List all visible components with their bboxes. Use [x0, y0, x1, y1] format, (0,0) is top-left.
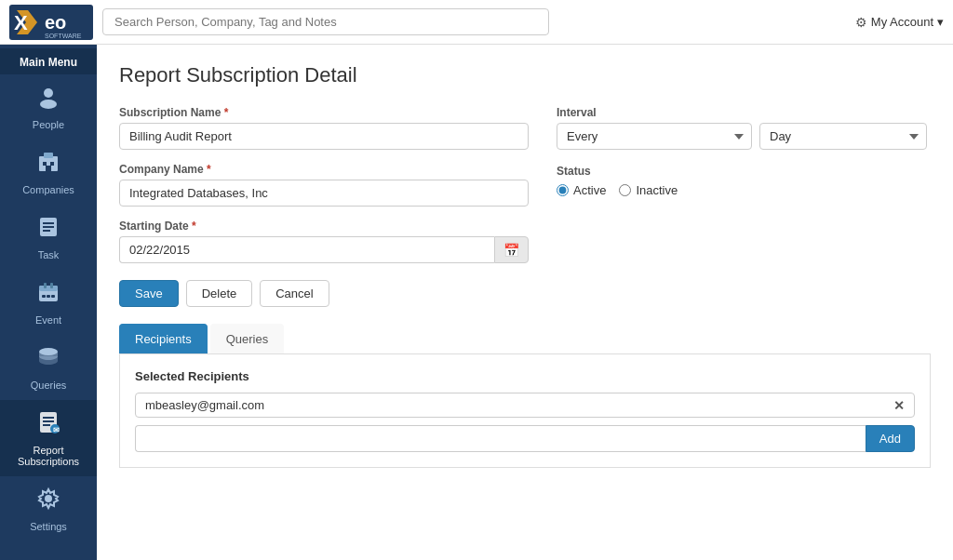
status-active-label: Active: [573, 183, 606, 197]
gear-icon: ⚙: [855, 15, 867, 30]
tab-queries[interactable]: Queries: [210, 324, 285, 353]
svg-text:SOFTWARE: SOFTWARE: [45, 33, 82, 39]
svg-point-30: [45, 495, 52, 502]
company-name-input[interactable]: [119, 180, 529, 207]
svg-rect-9: [43, 162, 47, 166]
search-input[interactable]: [102, 8, 549, 35]
remove-recipient-button[interactable]: ✕: [893, 399, 905, 412]
svg-point-6: [40, 100, 57, 109]
status-active-option[interactable]: Active: [557, 183, 606, 197]
status-inactive-option[interactable]: Inactive: [619, 183, 678, 197]
starting-date-label: Starting Date *: [119, 220, 529, 233]
svg-rect-10: [50, 162, 54, 166]
subscription-name-input[interactable]: [119, 123, 529, 150]
companies-icon: [35, 149, 61, 180]
starting-date-group: Starting Date * 📅: [119, 220, 529, 263]
action-buttons: Save Delete Cancel: [119, 280, 931, 307]
sidebar-item-event[interactable]: Event: [0, 270, 97, 335]
page-title: Report Subscription Detail: [119, 63, 931, 87]
svg-rect-8: [44, 153, 53, 158]
starting-date-input[interactable]: [119, 236, 494, 263]
queries-icon: [35, 344, 61, 376]
svg-rect-18: [44, 283, 47, 288]
tabs: Recipients Queries: [119, 324, 931, 354]
sidebar-item-label: Event: [35, 314, 61, 326]
sidebar-item-people[interactable]: People: [0, 74, 97, 140]
status-inactive-radio[interactable]: [619, 184, 631, 196]
add-recipient-button[interactable]: Add: [866, 425, 915, 452]
sidebar-item-label: Task: [38, 249, 60, 260]
svg-rect-15: [43, 230, 50, 232]
svg-rect-17: [39, 286, 58, 291]
interval-group: Interval Every Every Other Day Week Mont…: [557, 106, 927, 150]
status-radio-row: Active Inactive: [557, 183, 927, 197]
recipient-email: mbeasley@gmail.com: [145, 398, 264, 412]
account-label: My Account: [871, 15, 933, 29]
logo: eo SOFTWARE X: [9, 4, 93, 41]
status-group: Status Active Inactive: [557, 165, 927, 197]
account-button[interactable]: ⚙ My Account ▾: [855, 15, 944, 30]
svg-text:eo: eo: [45, 12, 66, 33]
calendar-button[interactable]: 📅: [494, 236, 529, 263]
add-recipient-input[interactable]: [135, 425, 866, 452]
status-active-radio[interactable]: [557, 184, 569, 196]
svg-rect-25: [43, 417, 54, 419]
interval-select[interactable]: Every Every Other: [557, 123, 752, 150]
form-top-row: Subscription Name * Company Name * Start…: [119, 106, 931, 263]
recipient-item: mbeasley@gmail.com ✕: [135, 393, 915, 418]
svg-rect-14: [43, 226, 54, 228]
topbar: eo SOFTWARE X ⚙ My Account ▾: [0, 0, 953, 45]
subscription-name-label: Subscription Name *: [119, 106, 529, 119]
svg-point-5: [44, 88, 53, 98]
svg-rect-26: [43, 420, 54, 422]
subscription-name-group: Subscription Name *: [119, 106, 529, 150]
sidebar-item-label: Report Subscriptions: [5, 445, 92, 467]
sidebar-title: Main Menu: [0, 48, 97, 74]
calendar-icon: 📅: [503, 243, 519, 258]
status-label: Status: [557, 165, 927, 178]
sidebar-item-companies[interactable]: Companies: [0, 140, 97, 205]
task-icon: [35, 214, 61, 246]
cancel-button[interactable]: Cancel: [260, 280, 329, 307]
sidebar-item-label: Companies: [22, 184, 74, 195]
sidebar-item-settings[interactable]: Settings: [0, 476, 97, 541]
people-icon: [35, 84, 61, 115]
save-button[interactable]: Save: [119, 280, 179, 307]
svg-rect-20: [42, 295, 46, 298]
svg-rect-11: [46, 166, 51, 171]
recipients-panel: Selected Recipients mbeasley@gmail.com ✕…: [119, 354, 931, 468]
svg-rect-21: [47, 295, 50, 298]
svg-text:✉: ✉: [53, 426, 60, 434]
sidebar-item-task[interactable]: Task: [0, 205, 97, 270]
search-bar[interactable]: [102, 8, 549, 35]
company-name-group: Company Name *: [119, 163, 529, 207]
svg-rect-27: [43, 424, 50, 426]
sidebar-item-label: People: [33, 119, 64, 130]
sidebar-item-label: Queries: [31, 380, 67, 391]
event-icon: [35, 279, 61, 311]
main-content: Report Subscription Detail Subscription …: [97, 45, 953, 560]
sidebar-item-report-subscriptions[interactable]: ✉ Report Subscriptions: [0, 400, 97, 476]
report-subscriptions-icon: ✉: [35, 409, 61, 441]
svg-rect-22: [51, 295, 55, 298]
interval-label: Interval: [557, 106, 927, 119]
status-inactive-label: Inactive: [636, 183, 678, 197]
settings-icon: [35, 486, 61, 517]
sidebar-item-label: Settings: [30, 521, 67, 532]
sidebar-item-queries[interactable]: Queries: [0, 335, 97, 400]
svg-rect-13: [43, 222, 54, 224]
layout: Main Menu People Companies: [0, 45, 953, 560]
svg-text:X: X: [14, 11, 28, 34]
date-input-group: 📅: [119, 236, 529, 263]
delete-button[interactable]: Delete: [186, 280, 253, 307]
sidebar: Main Menu People Companies: [0, 45, 97, 560]
tab-recipients[interactable]: Recipients: [119, 324, 208, 353]
add-recipient-row: Add: [135, 425, 915, 452]
recipients-title: Selected Recipients: [135, 369, 915, 383]
svg-rect-19: [50, 283, 53, 288]
period-select[interactable]: Day Week Month: [759, 123, 927, 150]
company-name-label: Company Name *: [119, 163, 529, 176]
dropdown-arrow-icon: ▾: [937, 15, 944, 29]
interval-selects: Every Every Other Day Week Month: [557, 123, 927, 150]
